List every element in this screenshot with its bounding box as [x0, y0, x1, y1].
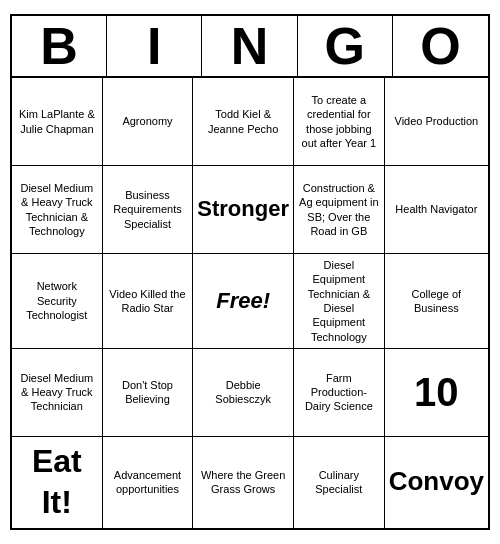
bingo-cell[interactable]: Debbie Sobiesczyk — [193, 349, 294, 437]
bingo-cell[interactable]: Business Requirements Specialist — [103, 166, 194, 254]
bingo-cell[interactable]: Todd Kiel & Jeanne Pecho — [193, 78, 294, 166]
bingo-cell[interactable]: College of Business — [385, 254, 488, 349]
bingo-cell[interactable]: Network Security Technologist — [12, 254, 103, 349]
header-letter: N — [202, 16, 297, 76]
bingo-cell[interactable]: Video Production — [385, 78, 488, 166]
header-letter: O — [393, 16, 488, 76]
bingo-cell[interactable]: Stronger — [193, 166, 294, 254]
header-letter: B — [12, 16, 107, 76]
bingo-cell[interactable]: Diesel Medium & Heavy Truck Technician &… — [12, 166, 103, 254]
header-letter: I — [107, 16, 202, 76]
bingo-cell[interactable]: Don't Stop Believing — [103, 349, 194, 437]
bingo-cell[interactable]: Diesel Equipment Technician & Diesel Equ… — [294, 254, 385, 349]
bingo-cell[interactable]: Farm Production- Dairy Science — [294, 349, 385, 437]
bingo-cell[interactable]: Kim LaPlante & Julie Chapman — [12, 78, 103, 166]
bingo-cell[interactable]: Where the Green Grass Grows — [193, 437, 294, 528]
bingo-cell[interactable]: Health Navigator — [385, 166, 488, 254]
header-letter: G — [298, 16, 393, 76]
bingo-cell[interactable]: Diesel Medium & Heavy Truck Technician — [12, 349, 103, 437]
bingo-cell[interactable]: 10 — [385, 349, 488, 437]
bingo-cell[interactable]: Video Killed the Radio Star — [103, 254, 194, 349]
bingo-cell[interactable]: Free! — [193, 254, 294, 349]
bingo-cell[interactable]: Eat It! — [12, 437, 103, 528]
bingo-cell[interactable]: Culinary Specialist — [294, 437, 385, 528]
bingo-cell[interactable]: Agronomy — [103, 78, 194, 166]
bingo-card: BINGO Kim LaPlante & Julie ChapmanAgrono… — [10, 14, 490, 530]
bingo-cell[interactable]: Construction & Ag equipment in SB; Over … — [294, 166, 385, 254]
bingo-grid: Kim LaPlante & Julie ChapmanAgronomyTodd… — [12, 78, 488, 528]
bingo-cell[interactable]: Convoy — [385, 437, 488, 528]
bingo-header: BINGO — [12, 16, 488, 78]
bingo-cell[interactable]: To create a credential for those jobbing… — [294, 78, 385, 166]
bingo-cell[interactable]: Advancement opportunities — [103, 437, 194, 528]
